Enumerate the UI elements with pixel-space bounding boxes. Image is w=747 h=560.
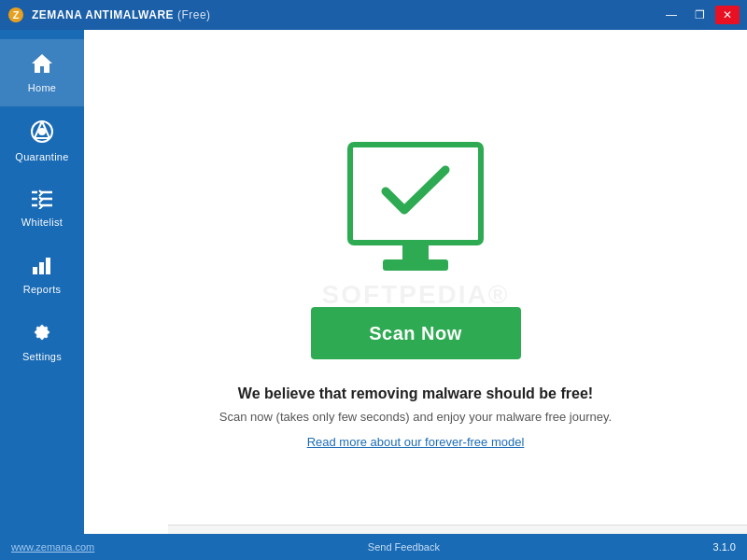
scan-now-button[interactable]: Scan Now	[311, 307, 521, 359]
sidebar-item-quarantine[interactable]: Quarantine	[0, 106, 84, 175]
title-bar-left: Z ZEMANA ANTIMALWARE (Free)	[7, 7, 211, 23]
sidebar-item-reports[interactable]: Reports	[0, 241, 84, 308]
status-bar: www.zemana.com Send Feedback 3.1.0	[0, 534, 747, 560]
promo-subtitle: Scan now (takes only few seconds) and en…	[219, 410, 612, 424]
quarantine-icon	[30, 119, 54, 147]
svg-marker-2	[32, 54, 52, 73]
settings-icon	[31, 321, 53, 347]
close-button[interactable]: ✕	[715, 6, 740, 24]
sidebar-item-label-settings: Settings	[22, 351, 62, 362]
reports-icon	[31, 254, 53, 280]
promo-title: We believe that removing malware should …	[219, 385, 612, 402]
title-bar: Z ZEMANA ANTIMALWARE (Free) — ❐ ✕	[0, 0, 747, 30]
window-controls: — ❐ ✕	[659, 6, 740, 24]
maximize-button[interactable]: ❐	[687, 6, 712, 24]
monitor-graphic	[331, 140, 500, 285]
promo-section: We believe that removing malware should …	[219, 385, 612, 450]
sidebar-item-label-reports: Reports	[23, 284, 62, 295]
sidebar-item-home[interactable]: Home	[0, 39, 84, 106]
sidebar-item-label-home: Home	[28, 82, 57, 93]
sidebar-item-label-whitelist: Whitelist	[21, 217, 63, 228]
svg-rect-15	[39, 262, 44, 274]
app-title: ZEMANA ANTIMALWARE (Free)	[32, 8, 211, 21]
svg-rect-14	[33, 267, 37, 274]
promo-link[interactable]: Read more about our forever-free model	[307, 435, 525, 449]
app-body: Home Quarantine	[0, 30, 747, 560]
monitor-icon	[331, 140, 500, 285]
home-icon	[30, 52, 54, 78]
svg-rect-18	[402, 243, 429, 261]
version-number: 3.1.0	[713, 541, 736, 553]
svg-rect-16	[46, 258, 50, 274]
sidebar: Home Quarantine	[0, 30, 84, 560]
whitelist-icon	[30, 189, 54, 213]
sidebar-item-whitelist[interactable]: Whitelist	[0, 175, 84, 241]
minimize-button[interactable]: —	[659, 6, 684, 24]
website-link[interactable]: www.zemana.com	[11, 541, 94, 553]
app-logo-icon: Z	[7, 7, 24, 23]
status-feedback[interactable]: Send Feedback	[368, 541, 440, 553]
main-content: SOFTPEDIA® Scan Now We believe that remo…	[84, 30, 747, 560]
svg-text:Z: Z	[13, 9, 20, 21]
sidebar-item-label-quarantine: Quarantine	[15, 151, 68, 162]
svg-rect-19	[383, 259, 448, 271]
sidebar-item-settings[interactable]: Settings	[0, 308, 84, 375]
